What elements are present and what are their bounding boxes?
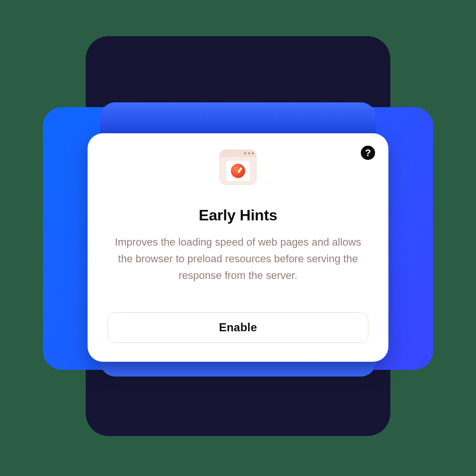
help-icon: ? (365, 148, 371, 159)
enable-button-label: Enable (219, 321, 257, 334)
browser-speed-icon (219, 149, 257, 185)
help-button[interactable]: ? (361, 146, 375, 160)
enable-button[interactable]: Enable (108, 312, 368, 343)
feature-card: ? Early Hints Improves the loading speed… (88, 133, 388, 362)
card-title: Early Hints (199, 207, 278, 224)
card-description: Improves the loading speed of web pages … (108, 234, 368, 284)
promo-stage: ? Early Hints Improves the loading speed… (0, 0, 476, 476)
